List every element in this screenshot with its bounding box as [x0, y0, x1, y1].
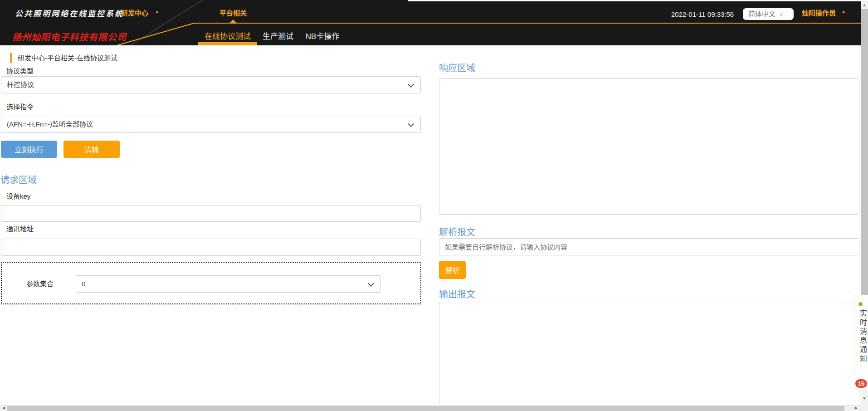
param-set-label: 参数集合	[26, 280, 54, 288]
parse-section-title: 解析报文	[439, 225, 475, 238]
response-section-title: 响应区域	[439, 61, 475, 74]
comm-address-input[interactable]	[1, 239, 421, 256]
response-textarea[interactable]	[439, 78, 859, 215]
header-bar: 公共照明网络在线监控系统 研发中心 ▲ 平台相关 扬州灿阳电子科技有限公司 20…	[0, 0, 861, 45]
device-key-input[interactable]	[1, 205, 421, 222]
menu-platform[interactable]: 平台相关	[219, 8, 247, 17]
language-selector[interactable]: 简体中文∨	[743, 8, 794, 20]
tab-production-test[interactable]: 生产测试	[255, 30, 301, 41]
top-edge-strip	[408, 0, 861, 1]
protocol-type-select[interactable]: 杆控协议	[1, 76, 421, 93]
chevron-down-icon	[408, 81, 414, 88]
menu-dev-center[interactable]: 研发中心	[121, 8, 148, 17]
output-section-title: 输出报文	[439, 287, 475, 300]
device-key-label: 设备key	[6, 192, 30, 201]
parse-input[interactable]	[439, 238, 859, 255]
param-set-value: 0	[82, 276, 85, 292]
dev-center-caret-up-icon: ▲	[155, 9, 159, 14]
protocol-type-label: 协议类型	[6, 67, 34, 75]
output-textarea[interactable]	[439, 302, 859, 406]
breadcrumb: 研发中心-平台相关-在线协议测试	[18, 53, 117, 63]
command-value: (AFN=-H,Fn=-)监听全部协议	[7, 116, 93, 132]
notification-vertical-label: 实时消息通知	[857, 309, 868, 364]
scrollbar-corner	[861, 405, 868, 411]
vertical-scrollbar-thumb[interactable]	[861, 9, 868, 295]
command-select[interactable]: (AFN=-H,Fn=-)监听全部协议	[1, 116, 421, 133]
user-caret-up-icon: ▲	[841, 9, 846, 14]
chevron-down-icon	[408, 121, 414, 127]
realtime-notification-widget[interactable]: 实时消息通知 15	[854, 295, 868, 390]
user-menu[interactable]: 灿阳操作员	[802, 8, 836, 17]
execute-button[interactable]: 立刻执行	[1, 141, 57, 158]
clear-button[interactable]: 清除	[63, 141, 120, 158]
chevron-down-icon	[368, 280, 374, 287]
scroll-up-arrow-icon[interactable]: ▲	[861, 1, 868, 9]
parse-button[interactable]: 解析	[439, 261, 466, 279]
notification-count-badge: 15	[855, 379, 867, 388]
scroll-right-arrow-icon[interactable]: ▶	[853, 404, 860, 411]
language-chevron-down-icon: ∨	[779, 11, 784, 18]
tab-nb-card-ops[interactable]: NB卡操作	[300, 30, 345, 41]
system-logo: 公共照明网络在线监控系统	[15, 7, 124, 19]
company-name: 扬州灿阳电子科技有限公司	[12, 30, 127, 43]
param-set-select[interactable]: 0	[76, 275, 381, 293]
horizontal-scrollbar-thumb[interactable]	[7, 406, 844, 411]
datetime-display: 2022-01-11 09:33:56	[671, 10, 734, 18]
request-section-title: 请求区域	[0, 173, 37, 186]
protocol-type-value: 杆控协议	[7, 77, 34, 93]
active-tab-underline	[198, 42, 257, 45]
scroll-left-arrow-icon[interactable]: ◀	[0, 404, 7, 411]
header-decoration	[0, 0, 861, 45]
tab-online-protocol-test[interactable]: 在线协议测试	[198, 30, 257, 41]
language-label: 简体中文	[748, 10, 775, 18]
scroll-down-arrow-icon[interactable]: ▼	[861, 395, 868, 402]
app-root: 公共照明网络在线监控系统 研发中心 ▲ 平台相关 扬州灿阳电子科技有限公司 20…	[0, 0, 868, 411]
breadcrumb-accent-bar	[10, 53, 12, 63]
command-label: 选择指令	[6, 103, 34, 111]
online-status-dot-icon	[858, 302, 863, 306]
comm-address-label: 通讯地址	[6, 225, 34, 233]
